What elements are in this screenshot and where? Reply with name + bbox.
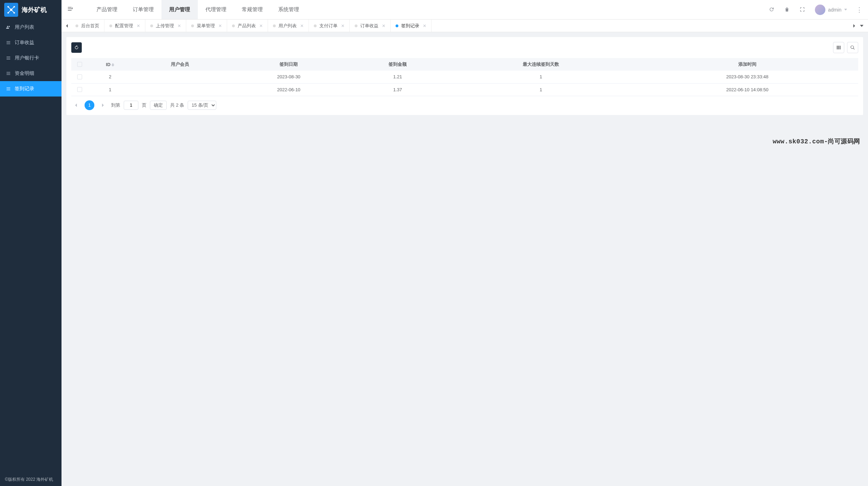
dot-icon <box>150 24 153 27</box>
tab-menu[interactable]: 菜单管理✕ <box>186 20 227 32</box>
nav-order[interactable]: 订单管理 <box>125 0 161 19</box>
cell-created: 2022-06-10 14:08:50 <box>636 83 858 96</box>
cell-member <box>132 71 227 83</box>
page-suffix: 页 <box>142 102 146 108</box>
pagination: 1 到第 页 确定 共 2 条 15 条/页 <box>71 100 858 110</box>
data-table: ID 用户会员 签到日期 签到金额 最大连续签到天数 添加时间 2 <box>71 58 858 96</box>
sidebar-item-label: 签到记录 <box>15 86 34 92</box>
per-page-select[interactable]: 15 条/页 <box>188 101 216 110</box>
tab-config[interactable]: 配置管理✕ <box>104 20 145 32</box>
trash-icon[interactable] <box>784 7 790 13</box>
users-icon <box>6 24 11 30</box>
sort-icon <box>111 63 114 66</box>
table-row: 2 2023-08-30 1.21 1 2023-08-30 23:33:48 <box>71 71 858 83</box>
close-icon[interactable]: ✕ <box>259 23 263 28</box>
nav-agent[interactable]: 代理管理 <box>198 0 234 19</box>
sidebar-item-order-income[interactable]: 订单收益 <box>0 35 62 50</box>
tab-scroll-right[interactable] <box>851 20 858 32</box>
table-card: ID 用户会员 签到日期 签到金额 最大连续签到天数 添加时间 2 <box>66 37 863 115</box>
sidebar-item-bankcard[interactable]: 用户银行卡 <box>0 50 62 66</box>
content: ID 用户会员 签到日期 签到金额 最大连续签到天数 添加时间 2 <box>62 32 868 486</box>
columns-button[interactable] <box>833 42 844 53</box>
close-icon[interactable]: ✕ <box>218 23 222 28</box>
select-all-checkbox[interactable] <box>77 62 82 67</box>
close-icon[interactable]: ✕ <box>423 23 426 28</box>
tab-scroll-left[interactable] <box>64 20 71 32</box>
sidebar-item-label: 资金明细 <box>15 70 34 77</box>
logo[interactable]: 海外矿机 <box>0 0 62 20</box>
tabs-list: 后台首页 配置管理✕ 上传管理✕ 菜单管理✕ 产品列表✕ 用户列表✕ 支付订单✕… <box>71 20 851 32</box>
total-label: 共 2 条 <box>170 102 184 108</box>
dot-icon <box>109 24 112 27</box>
cell-date: 2022-06-10 <box>228 83 350 96</box>
goto-label: 到第 <box>111 102 120 108</box>
sidebar-item-label: 订单收益 <box>15 40 34 46</box>
col-member: 用户会员 <box>132 58 227 71</box>
tab-upload[interactable]: 上传管理✕ <box>145 20 186 32</box>
nav-general[interactable]: 常规管理 <box>234 0 270 19</box>
refresh-icon[interactable] <box>769 7 775 13</box>
page-number[interactable]: 1 <box>85 100 94 110</box>
dot-icon <box>355 24 357 27</box>
row-checkbox[interactable] <box>77 87 82 92</box>
sidebar-item-users[interactable]: 用户列表 <box>0 20 62 35</box>
user-menu[interactable]: admin <box>815 5 847 15</box>
logo-icon <box>4 3 18 17</box>
fullscreen-icon[interactable] <box>800 7 806 13</box>
page-next[interactable] <box>98 100 108 110</box>
row-checkbox[interactable] <box>77 74 82 79</box>
dot-icon <box>191 24 194 27</box>
username: admin <box>828 7 841 13</box>
tab-dropdown[interactable] <box>858 24 866 28</box>
refresh-button[interactable] <box>71 42 82 53</box>
nav-product[interactable]: 产品管理 <box>89 0 125 19</box>
tab-checkin[interactable]: 签到记录✕ <box>390 20 432 32</box>
tab-products[interactable]: 产品列表✕ <box>227 20 268 32</box>
tab-income[interactable]: 订单收益✕ <box>349 20 391 32</box>
sidebar: 海外矿机 用户列表 订单收益 用户银行卡 资金明细 签到记录 <box>0 0 62 486</box>
table-row: 1 2022-06-10 1.37 1 2022-06-10 14:08:50 <box>71 83 858 96</box>
collapse-toggle[interactable] <box>67 6 75 14</box>
close-icon[interactable]: ✕ <box>341 23 345 28</box>
cell-maxdays: 1 <box>446 83 637 96</box>
copyright: ©版权所有 2022 海外矿机 <box>0 473 62 486</box>
close-icon[interactable]: ✕ <box>137 23 140 28</box>
list-icon <box>6 71 11 76</box>
close-icon[interactable]: ✕ <box>300 23 304 28</box>
chevron-down-icon <box>844 9 847 10</box>
col-date: 签到日期 <box>228 58 350 71</box>
cell-amount: 1.21 <box>350 71 445 83</box>
more-icon[interactable]: ⋮ <box>856 7 862 13</box>
page-confirm-button[interactable]: 确定 <box>150 101 167 110</box>
cell-maxdays: 1 <box>446 71 637 83</box>
col-created: 添加时间 <box>636 58 858 71</box>
cell-id: 1 <box>88 83 132 96</box>
top-nav: 产品管理 订单管理 用户管理 代理管理 常规管理 系统管理 <box>89 0 307 19</box>
dot-icon <box>273 24 276 27</box>
sidebar-item-checkin[interactable]: 签到记录 <box>0 81 62 97</box>
tab-home[interactable]: 后台首页 <box>71 20 104 32</box>
table-header-row: ID 用户会员 签到日期 签到金额 最大连续签到天数 添加时间 <box>71 58 858 71</box>
close-icon[interactable]: ✕ <box>178 23 181 28</box>
close-icon[interactable]: ✕ <box>382 23 385 28</box>
cell-date: 2023-08-30 <box>228 71 350 83</box>
col-id[interactable]: ID <box>88 58 132 71</box>
main: 产品管理 订单管理 用户管理 代理管理 常规管理 系统管理 admin ⋮ <box>62 0 868 486</box>
tab-pay[interactable]: 支付订单✕ <box>309 20 350 32</box>
sidebar-item-funds[interactable]: 资金明细 <box>0 66 62 81</box>
list-icon <box>6 86 11 92</box>
cell-created: 2023-08-30 23:33:48 <box>636 71 858 83</box>
cell-id: 2 <box>88 71 132 83</box>
dot-icon <box>396 24 398 27</box>
dot-icon <box>232 24 235 27</box>
cell-amount: 1.37 <box>350 83 445 96</box>
list-icon <box>6 55 11 61</box>
search-button[interactable] <box>847 42 858 53</box>
header-right: admin ⋮ <box>769 5 862 15</box>
page-input[interactable] <box>124 101 138 110</box>
nav-user[interactable]: 用户管理 <box>161 0 198 19</box>
tab-users[interactable]: 用户列表✕ <box>268 20 309 32</box>
sidebar-item-label: 用户银行卡 <box>15 55 39 61</box>
nav-system[interactable]: 系统管理 <box>270 0 307 19</box>
page-prev[interactable] <box>71 100 81 110</box>
